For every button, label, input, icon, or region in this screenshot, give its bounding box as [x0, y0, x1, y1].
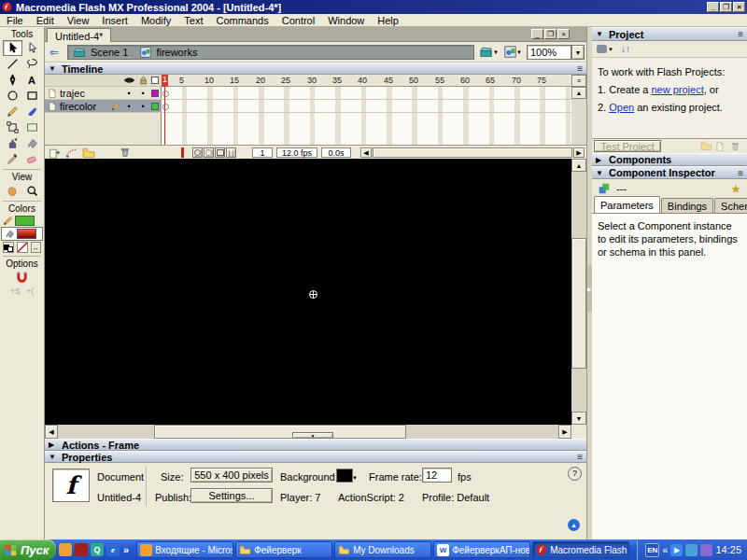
tab-parameters[interactable]: Parameters	[594, 196, 660, 213]
stage-v-scrollbar[interactable]: ▲ ▼	[571, 159, 586, 425]
project-options-menu-icon[interactable]: ≡	[738, 29, 743, 39]
quicklaunch-outlook-icon[interactable]	[59, 543, 72, 556]
playhead-marker[interactable]: 1	[162, 75, 168, 87]
menu-modify[interactable]: Modify	[134, 15, 177, 26]
layer-outline-color[interactable]	[151, 90, 159, 97]
task-folder-feyerverk[interactable]: Фейерверк	[235, 541, 332, 558]
doc-close-button[interactable]: ×	[557, 29, 570, 39]
insert-layer-folder-button[interactable]	[82, 147, 95, 158]
layer-name[interactable]: firecolor	[60, 101, 96, 112]
selection-tool[interactable]	[3, 40, 22, 56]
lock-icon[interactable]	[138, 76, 148, 86]
oval-tool[interactable]	[3, 88, 22, 104]
doc-restore-button[interactable]: ❐	[544, 29, 557, 39]
background-dropdown-arrow[interactable]: ▼	[352, 475, 358, 481]
background-color-swatch[interactable]	[336, 469, 353, 483]
frame-view-options-button[interactable]: ≡	[571, 75, 586, 87]
quicklaunch-messenger-icon[interactable]: Q	[91, 543, 104, 556]
frame-row-firecolor[interactable]	[162, 100, 571, 113]
publish-settings-button[interactable]: Settings...	[190, 488, 273, 503]
frame-row-trajec[interactable]	[162, 87, 571, 100]
timeline-h-scrollbar[interactable]	[372, 147, 573, 158]
layer-name[interactable]: trajec	[60, 88, 85, 99]
size-button[interactable]: 550 x 400 pixels	[190, 468, 273, 483]
tray-chevron[interactable]: «	[662, 544, 668, 555]
scroll-down-button[interactable]: ▼	[571, 412, 586, 425]
delete-layer-trash-button[interactable]	[120, 147, 131, 158]
add-file-icon[interactable]	[715, 141, 725, 151]
no-color-button[interactable]	[17, 242, 28, 253]
h-scroll-thumb[interactable]	[154, 425, 406, 439]
back-arrow-button[interactable]: ⇐	[49, 46, 59, 59]
onion-skin-outlines-button[interactable]	[204, 147, 214, 158]
timeline-options-menu-icon[interactable]: ≡	[577, 63, 583, 74]
quicklaunch-overflow-chevron[interactable]: »	[123, 544, 129, 555]
menu-view[interactable]: View	[61, 15, 96, 26]
snap-to-objects-magnet-icon[interactable]	[15, 271, 29, 285]
zoom-dropdown-button[interactable]: ▼	[571, 45, 585, 60]
task-flash-active[interactable]: Macromedia Flash M...	[532, 541, 629, 558]
subselection-tool[interactable]	[22, 40, 42, 56]
outline-view-icon[interactable]	[151, 77, 159, 84]
pen-tool[interactable]	[3, 72, 22, 88]
open-project-link[interactable]: Open	[609, 102, 634, 113]
delete-trash-icon[interactable]	[730, 141, 740, 151]
brush-tool[interactable]	[22, 104, 42, 119]
center-frame-button[interactable]	[181, 147, 184, 158]
timeline-ruler[interactable]: 5 10 15 20 25 30 35 40 45 50 55 60 65 70…	[162, 75, 571, 87]
fill-transform-tool[interactable]	[22, 119, 42, 135]
menu-commands[interactable]: Commands	[209, 15, 275, 26]
scroll-right-button[interactable]: ▶	[558, 425, 571, 439]
components-panel-header[interactable]: ▶ Components	[592, 153, 747, 166]
timeline-scroll-right-button[interactable]: ▶	[573, 147, 585, 158]
frame-rate-input[interactable]: 12	[422, 468, 452, 483]
fill-color-swatch[interactable]	[17, 229, 36, 239]
wizard-star-icon[interactable]: ★	[730, 182, 741, 196]
rectangle-tool[interactable]	[22, 88, 42, 104]
ink-bottle-tool[interactable]	[3, 135, 22, 151]
properties-options-menu-icon[interactable]: ≡	[577, 452, 583, 462]
tab-bindings[interactable]: Bindings	[661, 198, 713, 213]
close-button[interactable]: ×	[733, 2, 745, 12]
smooth-option[interactable]: +S	[10, 287, 21, 296]
edit-multiple-frames-button[interactable]	[215, 147, 225, 158]
menu-file[interactable]: File	[0, 15, 30, 26]
v-scroll-thumb[interactable]	[571, 238, 586, 369]
project-menu-icon[interactable]: ▼	[597, 45, 613, 53]
layer-row-firecolor[interactable]: firecolor • •	[45, 100, 162, 113]
quicklaunch-app-icon[interactable]	[75, 543, 88, 556]
show-hide-eye-icon[interactable]	[123, 77, 135, 84]
properties-panel-header[interactable]: ▼ Properties ≡	[45, 451, 586, 463]
open-folder-icon[interactable]	[700, 141, 712, 150]
minimize-button[interactable]: _	[707, 2, 719, 12]
breadcrumb-scene[interactable]: Scene 1	[91, 47, 128, 58]
layer-visible-dot[interactable]: •	[123, 102, 134, 111]
menu-window[interactable]: Window	[321, 15, 371, 26]
frames-area[interactable]: 5 10 15 20 25 30 35 40 45 50 55 60 65 70…	[162, 75, 571, 145]
stroke-color-row[interactable]	[0, 215, 44, 227]
help-icon[interactable]: ?	[568, 467, 582, 481]
straighten-option[interactable]: +(	[26, 287, 34, 296]
insert-layer-button[interactable]	[49, 147, 61, 159]
menu-help[interactable]: Help	[371, 15, 405, 26]
lasso-tool[interactable]	[22, 56, 42, 72]
tray-player-icon[interactable]: ▶	[670, 544, 683, 556]
onion-skin-button[interactable]	[192, 147, 203, 158]
stage-canvas[interactable]	[45, 159, 571, 425]
modify-onion-markers-button[interactable]: [·]	[226, 147, 236, 158]
edit-scene-button[interactable]: ▼	[480, 46, 499, 59]
breadcrumb-symbol[interactable]: fireworks	[156, 47, 197, 58]
timeline-scroll-left-button[interactable]: ◀	[360, 147, 372, 158]
task-word-document[interactable]: WФейерверкАП-новый - ...	[433, 541, 530, 558]
black-white-button[interactable]	[3, 242, 14, 253]
free-transform-tool[interactable]	[3, 119, 22, 135]
task-folder-my-downloads[interactable]: My Downloads	[334, 541, 431, 558]
pencil-tool[interactable]	[3, 104, 22, 119]
tray-network-icon[interactable]	[685, 544, 698, 556]
menu-control[interactable]: Control	[275, 15, 321, 26]
edit-symbol-button[interactable]: ▼	[504, 46, 522, 58]
component-inspector-header[interactable]: ▼ Component Inspector ≡	[592, 166, 747, 179]
add-motion-guide-button[interactable]	[65, 147, 78, 159]
restore-button[interactable]: ❐	[720, 2, 732, 12]
project-sort-icon[interactable]: ↓↑	[621, 44, 630, 54]
